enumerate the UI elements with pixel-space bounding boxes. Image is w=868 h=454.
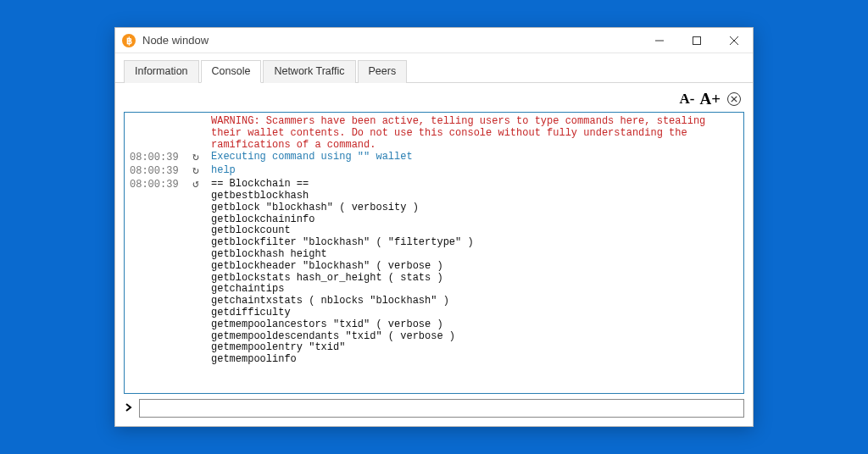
minimize-button[interactable] [641, 28, 678, 53]
direction-icon: ↻ [192, 165, 211, 178]
timestamp: 08:00:39 [130, 152, 192, 164]
timestamp: 08:00:39 [130, 165, 192, 178]
font-increase-button[interactable]: A+ [699, 90, 721, 108]
node-window: ฿ Node window Information Console Networ… [114, 27, 754, 427]
clear-console-button[interactable] [727, 92, 741, 106]
warning-text: WARNING: Scammers have been active, tell… [211, 116, 738, 151]
timestamp: 08:00:39 [130, 179, 192, 191]
direction-icon: ↻ [192, 152, 211, 164]
titlebar: ฿ Node window [115, 28, 753, 53]
close-button[interactable] [715, 28, 753, 53]
console-text: == Blockchain == getbestblockhash getblo… [211, 179, 738, 366]
font-decrease-button[interactable]: A- [679, 91, 694, 108]
window-title: Node window [142, 34, 209, 47]
tab-information[interactable]: Information [124, 60, 199, 83]
console-row: 08:00:39↻help [130, 165, 738, 178]
maximize-button[interactable] [678, 28, 715, 53]
console-row: 08:00:39↻Executing command using "" wall… [130, 152, 738, 164]
tab-network-traffic[interactable]: Network Traffic [263, 60, 355, 83]
tab-peers[interactable]: Peers [358, 60, 408, 83]
direction-icon: ↺ [192, 179, 211, 191]
console-text: Executing command using "" wallet [211, 152, 738, 163]
timestamp [130, 116, 192, 117]
tab-console[interactable]: Console [201, 60, 262, 83]
console-panel: A- A+ WARNING: Scammers have been active… [115, 83, 753, 426]
console-output[interactable]: WARNING: Scammers have been active, tell… [125, 113, 743, 393]
prompt-icon [124, 402, 134, 415]
console-row: 08:00:39↺== Blockchain == getbestblockha… [130, 179, 738, 366]
close-icon [731, 96, 737, 102]
console-text: help [211, 165, 738, 177]
bitcoin-icon: ฿ [122, 34, 136, 47]
svg-rect-1 [693, 36, 701, 44]
console-output-frame: WARNING: Scammers have been active, tell… [124, 112, 744, 394]
command-input[interactable] [139, 399, 744, 418]
tab-bar: Information Console Network Traffic Peer… [115, 53, 753, 83]
